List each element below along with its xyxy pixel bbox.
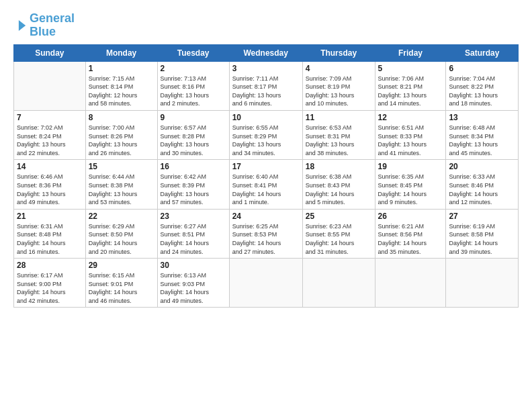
calendar-cell: 11Sunrise: 6:53 AM Sunset: 8:31 PM Dayli… [302,110,375,159]
calendar-cell: 25Sunrise: 6:23 AM Sunset: 8:55 PM Dayli… [302,209,375,258]
day-info: Sunrise: 6:57 AM Sunset: 8:28 PM Dayligh… [161,124,226,157]
calendar-cell: 29Sunrise: 6:15 AM Sunset: 9:01 PM Dayli… [85,259,157,308]
day-number: 26 [378,212,443,221]
calendar-cell: 2Sunrise: 7:13 AM Sunset: 8:16 PM Daylig… [157,61,229,110]
calendar-cell: 26Sunrise: 6:21 AM Sunset: 8:56 PM Dayli… [375,209,446,258]
day-number: 2 [161,64,226,73]
day-info: Sunrise: 6:17 AM Sunset: 9:00 PM Dayligh… [17,271,83,305]
calendar-cell: 5Sunrise: 7:06 AM Sunset: 8:21 PM Daylig… [375,61,446,110]
day-number: 29 [89,261,154,270]
calendar-cell [14,61,86,110]
weekday-header-friday: Friday [375,44,446,61]
calendar-cell: 24Sunrise: 6:25 AM Sunset: 8:53 PM Dayli… [229,209,302,258]
calendar-cell: 19Sunrise: 6:35 AM Sunset: 8:45 PM Dayli… [375,160,446,209]
calendar-cell: 20Sunrise: 6:33 AM Sunset: 8:46 PM Dayli… [446,160,519,209]
svg-marker-0 [19,20,26,31]
calendar-cell: 23Sunrise: 6:27 AM Sunset: 8:51 PM Dayli… [157,209,229,258]
day-info: Sunrise: 7:04 AM Sunset: 8:22 PM Dayligh… [449,75,515,108]
day-info: Sunrise: 6:51 AM Sunset: 8:33 PM Dayligh… [378,124,443,157]
calendar-cell: 9Sunrise: 6:57 AM Sunset: 8:28 PM Daylig… [157,110,229,159]
calendar-cell: 21Sunrise: 6:31 AM Sunset: 8:48 PM Dayli… [14,209,86,258]
day-number: 23 [161,212,226,221]
weekday-header-monday: Monday [85,44,157,61]
weekday-header-saturday: Saturday [446,44,519,61]
logo-icon [15,18,30,33]
calendar-cell [302,259,375,308]
day-number: 20 [449,162,515,171]
week-row-5: 28Sunrise: 6:17 AM Sunset: 9:00 PM Dayli… [14,259,519,308]
day-info: Sunrise: 6:23 AM Sunset: 8:55 PM Dayligh… [306,222,372,256]
day-info: Sunrise: 6:42 AM Sunset: 8:39 PM Dayligh… [161,173,226,206]
day-info: Sunrise: 6:53 AM Sunset: 8:31 PM Dayligh… [306,124,372,157]
day-info: Sunrise: 7:15 AM Sunset: 8:14 PM Dayligh… [89,75,154,108]
calendar-cell: 28Sunrise: 6:17 AM Sunset: 9:00 PM Dayli… [14,259,86,308]
day-number: 10 [232,113,300,122]
day-number: 19 [378,162,443,171]
day-info: Sunrise: 6:38 AM Sunset: 8:43 PM Dayligh… [306,173,372,206]
day-number: 17 [232,162,300,171]
logo: General Blue [13,12,75,39]
day-number: 4 [306,64,372,73]
day-number: 5 [378,64,443,73]
day-number: 14 [17,162,83,171]
week-row-2: 7Sunrise: 7:02 AM Sunset: 8:24 PM Daylig… [14,110,519,159]
calendar-cell: 8Sunrise: 7:00 AM Sunset: 8:26 PM Daylig… [85,110,157,159]
calendar-cell: 27Sunrise: 6:19 AM Sunset: 8:58 PM Dayli… [446,209,519,258]
day-number: 21 [17,212,83,221]
calendar-cell: 16Sunrise: 6:42 AM Sunset: 8:39 PM Dayli… [157,160,229,209]
logo-text: General Blue [30,12,75,39]
day-number: 6 [449,64,515,73]
day-number: 3 [232,64,300,73]
day-number: 12 [378,113,443,122]
day-number: 30 [161,261,226,270]
day-number: 8 [89,113,154,122]
weekday-header-row: SundayMondayTuesdayWednesdayThursdayFrid… [14,44,519,61]
day-info: Sunrise: 7:06 AM Sunset: 8:21 PM Dayligh… [378,75,443,108]
day-info: Sunrise: 6:21 AM Sunset: 8:56 PM Dayligh… [378,222,443,256]
calendar-cell: 15Sunrise: 6:44 AM Sunset: 8:38 PM Dayli… [85,160,157,209]
day-number: 25 [306,212,372,221]
day-info: Sunrise: 6:27 AM Sunset: 8:51 PM Dayligh… [161,222,226,256]
day-info: Sunrise: 7:13 AM Sunset: 8:16 PM Dayligh… [161,75,226,108]
calendar-cell [375,259,446,308]
day-info: Sunrise: 7:11 AM Sunset: 8:17 PM Dayligh… [232,75,300,108]
day-info: Sunrise: 6:25 AM Sunset: 8:53 PM Dayligh… [232,222,300,256]
week-row-1: 1Sunrise: 7:15 AM Sunset: 8:14 PM Daylig… [14,61,519,110]
day-info: Sunrise: 7:02 AM Sunset: 8:24 PM Dayligh… [17,124,83,157]
calendar-cell: 14Sunrise: 6:46 AM Sunset: 8:36 PM Dayli… [14,160,86,209]
calendar-cell [446,259,519,308]
day-info: Sunrise: 6:35 AM Sunset: 8:45 PM Dayligh… [378,173,443,206]
day-info: Sunrise: 6:44 AM Sunset: 8:38 PM Dayligh… [89,173,154,206]
day-number: 27 [449,212,515,221]
calendar-cell [229,259,302,308]
day-info: Sunrise: 6:31 AM Sunset: 8:48 PM Dayligh… [17,222,83,256]
calendar-cell: 3Sunrise: 7:11 AM Sunset: 8:17 PM Daylig… [229,61,302,110]
day-number: 18 [306,162,372,171]
weekday-header-tuesday: Tuesday [157,44,229,61]
day-info: Sunrise: 6:19 AM Sunset: 8:58 PM Dayligh… [449,222,515,256]
calendar-cell: 6Sunrise: 7:04 AM Sunset: 8:22 PM Daylig… [446,61,519,110]
day-info: Sunrise: 7:00 AM Sunset: 8:26 PM Dayligh… [89,124,154,157]
day-info: Sunrise: 6:48 AM Sunset: 8:34 PM Dayligh… [449,124,515,157]
calendar-cell: 12Sunrise: 6:51 AM Sunset: 8:33 PM Dayli… [375,110,446,159]
day-number: 28 [17,261,83,270]
day-number: 9 [161,113,226,122]
day-number: 11 [306,113,372,122]
day-number: 7 [17,113,83,122]
page: General Blue SundayMondayTuesdayWednesda… [0,0,532,314]
day-info: Sunrise: 7:09 AM Sunset: 8:19 PM Dayligh… [306,75,372,108]
day-info: Sunrise: 6:29 AM Sunset: 8:50 PM Dayligh… [89,222,154,256]
day-info: Sunrise: 6:13 AM Sunset: 9:03 PM Dayligh… [161,271,226,305]
weekday-header-sunday: Sunday [14,44,86,61]
day-info: Sunrise: 6:55 AM Sunset: 8:29 PM Dayligh… [232,124,300,157]
calendar-cell: 17Sunrise: 6:40 AM Sunset: 8:41 PM Dayli… [229,160,302,209]
calendar-cell: 30Sunrise: 6:13 AM Sunset: 9:03 PM Dayli… [157,259,229,308]
day-info: Sunrise: 6:40 AM Sunset: 8:41 PM Dayligh… [232,173,300,206]
calendar-cell: 13Sunrise: 6:48 AM Sunset: 8:34 PM Dayli… [446,110,519,159]
calendar-cell: 10Sunrise: 6:55 AM Sunset: 8:29 PM Dayli… [229,110,302,159]
calendar-cell: 4Sunrise: 7:09 AM Sunset: 8:19 PM Daylig… [302,61,375,110]
day-info: Sunrise: 6:46 AM Sunset: 8:36 PM Dayligh… [17,173,83,206]
day-number: 24 [232,212,300,221]
day-number: 1 [89,64,154,73]
week-row-3: 14Sunrise: 6:46 AM Sunset: 8:36 PM Dayli… [14,160,519,209]
